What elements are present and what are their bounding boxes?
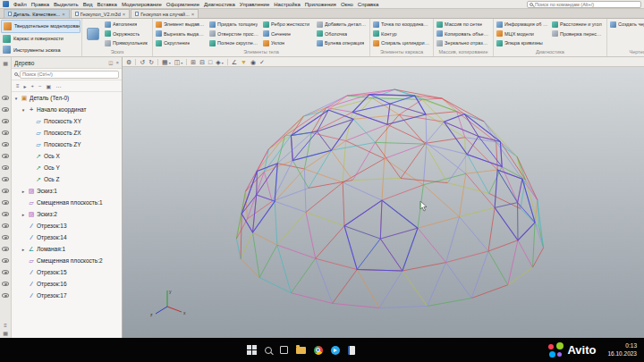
tree-tool-icon[interactable]: ⋯	[55, 83, 61, 89]
tab-geodome-v2[interactable]: Геокупол_V2.m3d ×	[71, 9, 131, 18]
menu-item-settings[interactable]: Настройка	[274, 2, 301, 7]
display-mode-icon[interactable]: ◫	[174, 59, 183, 65]
measure-angle-icon[interactable]: ∠	[232, 59, 237, 65]
menu-item-layout[interactable]: Оформление	[166, 2, 199, 7]
toolbar-button[interactable]: Эпюра кривизны	[496, 38, 549, 48]
toolbar-button[interactable]: Ребро жесткости	[262, 20, 314, 29]
visibility-eye-icon[interactable]	[2, 247, 9, 251]
toolbar-button[interactable]: МЦХ модели	[496, 29, 549, 39]
panel-grid-view-icon[interactable]: ▦	[3, 330, 8, 336]
zoom-out-icon[interactable]: ⊟	[199, 59, 205, 65]
tree-item[interactable]: ▸Эскиз:2	[12, 208, 122, 220]
menu-item-file[interactable]: Файл	[13, 2, 27, 7]
toolbar-button[interactable]: Информация об объекте	[496, 20, 549, 29]
tree-item[interactable]: Плоскость ZX	[12, 127, 122, 139]
tree-tool-icon[interactable]: ▣	[47, 83, 52, 89]
close-icon[interactable]: ×	[62, 12, 65, 17]
visibility-eye-icon[interactable]	[2, 189, 9, 193]
section-view-icon[interactable]: ◈	[216, 59, 223, 65]
menu-item-select[interactable]: Выделить	[54, 2, 79, 7]
toolbar-button[interactable]: Скругление	[155, 38, 207, 48]
command-search-input[interactable]	[535, 2, 639, 7]
tree-tool-icon[interactable]: −	[38, 83, 42, 88]
toolbar-button[interactable]: Добавить деталь-заготов...	[316, 20, 368, 29]
toolbar-button[interactable]: Спираль цилиндрическ...	[372, 38, 431, 48]
visibility-eye-icon[interactable]	[2, 258, 9, 263]
tree-item[interactable]: Ось Z	[12, 173, 122, 185]
visibility-eye-icon[interactable]	[2, 119, 9, 123]
toolbar-button[interactable]: Отверстие простое	[208, 29, 260, 39]
tree-item[interactable]: Ось X	[12, 150, 122, 162]
toolbar-button[interactable]: Вырезать выдавливанием	[155, 29, 207, 39]
visibility-eye-icon[interactable]	[2, 142, 9, 147]
visibility-eye-icon[interactable]	[2, 200, 9, 205]
task-view-icon[interactable]	[280, 346, 288, 354]
tree-item[interactable]: ▸Эскиз:1	[12, 185, 122, 197]
tree-item[interactable]: Отрезок:14	[12, 232, 122, 243]
tree-item[interactable]: ▾Начало координат	[12, 104, 122, 115]
orientation-cube-icon[interactable]: ▦	[162, 59, 171, 65]
taskbar-search-icon[interactable]	[265, 347, 272, 354]
model-canvas[interactable]: x y z	[123, 67, 644, 338]
tree-item[interactable]: ▾Деталь (Тел-0)	[12, 92, 122, 104]
menu-item-window[interactable]: Окно	[341, 2, 353, 7]
taskbar-clock[interactable]: 0:13 16.10.2023	[607, 342, 637, 358]
tab-geodome-case[interactable]: Геокупол на случай... ×	[131, 9, 199, 18]
toolbar-button[interactable]: Уклон	[262, 38, 314, 48]
nav-surfaces[interactable]: Каркас и поверхности	[1, 33, 80, 45]
close-icon[interactable]: ×	[123, 12, 126, 17]
tree-item[interactable]: Плоскость XY	[12, 115, 122, 127]
visibility-eye-icon[interactable]	[2, 282, 9, 286]
toolbar-button[interactable]: Булева операция	[316, 38, 368, 48]
record-icon[interactable]: ◉	[250, 59, 256, 65]
toolbar-button[interactable]: Создать чертеж по модели	[609, 20, 644, 29]
undo-icon[interactable]: ↺	[140, 59, 145, 65]
toolbar-button[interactable]: Проверка пересечений	[551, 29, 605, 39]
nav-sketch-tools[interactable]: Инструменты эскиза	[1, 44, 80, 55]
nav-solid-modeling[interactable]: Твердотельное моделирование	[1, 20, 80, 33]
viewport[interactable]: x y z	[123, 67, 644, 338]
toolbar-button[interactable]: Оболочка	[316, 29, 368, 39]
tree-item[interactable]: ▸Ломаная:1	[12, 243, 122, 255]
toolbar-button[interactable]: Автолиния	[104, 20, 150, 29]
toolbar-button[interactable]: Элемент выдавливания	[155, 20, 207, 29]
visibility-eye-icon[interactable]	[2, 177, 9, 181]
visibility-eye-icon[interactable]	[2, 165, 9, 170]
panel-list-icon[interactable]: ≡	[4, 323, 7, 328]
command-search[interactable]	[527, 1, 641, 8]
visibility-eye-icon[interactable]	[2, 212, 9, 216]
tree-item[interactable]: Смещенная плоскость:1	[12, 197, 122, 208]
toolbar-button[interactable]: Точка по координатам	[372, 20, 431, 29]
gear-icon[interactable]: ⚙	[126, 59, 131, 65]
messenger-icon[interactable]	[331, 346, 340, 355]
visibility-eye-icon[interactable]	[2, 293, 9, 298]
dock-icon[interactable]: ◫	[108, 60, 113, 65]
tree-tool-icon[interactable]: ≡	[16, 83, 20, 88]
panel-grid-icon[interactable]: ▦	[0, 57, 11, 69]
toolbar-button[interactable]: Сечение	[262, 29, 314, 39]
tree-item[interactable]: Смещенная плоскость:2	[12, 255, 122, 266]
confirm-icon[interactable]: ✓	[259, 59, 265, 65]
zoom-in-icon[interactable]: ⊞	[191, 59, 196, 65]
filter-icon[interactable]: ▼	[241, 59, 247, 65]
menu-item-applications[interactable]: Приложения	[305, 2, 336, 7]
toolbar-button[interactable]: Полное скругление	[208, 38, 260, 48]
tree-tool-icon[interactable]: ▸	[24, 83, 27, 89]
menu-item-edit[interactable]: Правка	[31, 2, 49, 7]
browser-icon[interactable]	[314, 346, 323, 355]
visibility-eye-icon[interactable]	[2, 270, 9, 274]
toolbar-button[interactable]: Прямоугольник	[104, 38, 150, 48]
visibility-eye-icon[interactable]	[2, 154, 9, 158]
visibility-eye-icon[interactable]	[2, 223, 9, 228]
visibility-eye-icon[interactable]	[2, 130, 9, 135]
toolbar-button[interactable]: Копировать объекты	[436, 29, 491, 39]
tree-item[interactable]: Отрезок:17	[12, 290, 122, 301]
tree-item[interactable]: Отрезок:16	[12, 278, 122, 290]
menu-item-management[interactable]: Управление	[240, 2, 269, 7]
visibility-eye-icon[interactable]	[2, 235, 9, 240]
toolbar-button[interactable]: Массив по сетке	[436, 20, 491, 29]
menu-item-modeling[interactable]: Моделирование	[122, 2, 162, 7]
menu-item-help[interactable]: Справка	[358, 2, 379, 7]
visibility-eye-icon[interactable]	[2, 96, 9, 100]
file-explorer-icon[interactable]	[296, 347, 306, 354]
